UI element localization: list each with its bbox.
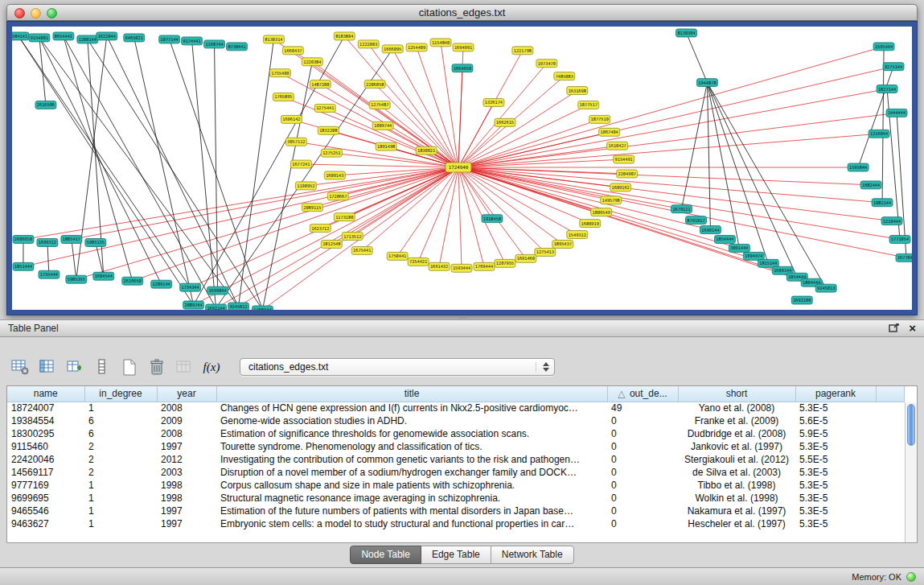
table-vertical-scrollbar[interactable]: [905, 402, 917, 542]
graph-node[interactable]: 1699044: [207, 286, 228, 295]
graph-node[interactable]: 1679121: [671, 205, 692, 213]
graph-hub-node[interactable]: 1724940: [446, 163, 471, 172]
graph-node[interactable]: 1154840: [430, 39, 451, 47]
graph-node[interactable]: 1209144: [151, 280, 172, 288]
graph-node[interactable]: 7485083: [554, 72, 575, 80]
graph-node[interactable]: 1549312: [567, 231, 588, 239]
close-window-button[interactable]: [14, 8, 25, 19]
graph-node[interactable]: 1696142: [281, 115, 302, 123]
table-row[interactable]: 1938455462009Genome-wide association stu…: [7, 414, 905, 427]
graph-node[interactable]: 1275487: [369, 101, 390, 109]
graph-node[interactable]: 2606950: [13, 236, 34, 244]
graph-node[interactable]: 1891498: [376, 142, 396, 150]
graph-node[interactable]: 1444444: [886, 109, 907, 117]
graph-node[interactable]: 7584141: [12, 32, 29, 40]
graph-node[interactable]: 1815144: [758, 259, 778, 267]
graph-node[interactable]: 1210444: [881, 217, 902, 225]
column-header-in-degree[interactable]: in_degree: [84, 386, 157, 402]
graph-node[interactable]: 1664950: [452, 64, 473, 72]
zoom-window-button[interactable]: [47, 8, 57, 19]
graph-node[interactable]: 3091444: [729, 244, 749, 252]
graph-node[interactable]: 1692144: [206, 304, 227, 310]
graph-node[interactable]: 9174441: [182, 37, 203, 45]
graph-node[interactable]: 1221798: [512, 47, 533, 55]
graph-node[interactable]: 1830021: [416, 146, 437, 154]
graph-node[interactable]: 8130304: [676, 29, 697, 37]
graph-node[interactable]: 1631698: [567, 87, 588, 95]
graph-node[interactable]: 1691432: [429, 262, 450, 270]
graph-node[interactable]: 1675441: [351, 246, 372, 254]
table-row[interactable]: 977716911998Corpus callosum shape and si…: [7, 479, 905, 492]
graph-node[interactable]: 1895437: [552, 240, 573, 248]
graph-node[interactable]: 1326174: [483, 98, 504, 106]
column-header-short[interactable]: short: [678, 386, 795, 402]
graph-node[interactable]: 1595844: [848, 163, 869, 171]
minimize-window-button[interactable]: [31, 8, 41, 19]
row-tools-icon[interactable]: [92, 356, 113, 377]
graph-node[interactable]: 1699312: [37, 239, 58, 247]
graph-node[interactable]: 1973470: [536, 60, 557, 68]
table-row[interactable]: 1872400712008Changes of HCN gene express…: [7, 402, 905, 414]
graph-node[interactable]: 8791917: [686, 216, 707, 225]
graph-node[interactable]: 1755444: [39, 270, 60, 278]
graph-node[interactable]: 1692100: [791, 296, 812, 304]
graph-node[interactable]: 1812548: [321, 240, 342, 248]
graph-node[interactable]: 2204907: [617, 170, 638, 178]
graph-node[interactable]: 1699144: [700, 226, 721, 234]
graph-node[interactable]: 1173180: [334, 213, 355, 221]
table-row[interactable]: 946362711997Embryonic stem cells: a mode…: [7, 517, 905, 530]
graph-node[interactable]: 9154491: [614, 155, 634, 163]
graph-node[interactable]: 1200144: [77, 35, 98, 43]
graph-node[interactable]: 1827144: [877, 85, 897, 93]
graph-node[interactable]: 1805417: [61, 236, 82, 244]
graph-node[interactable]: 7254421: [408, 257, 429, 266]
graph-node[interactable]: 8730441: [227, 43, 248, 51]
graph-node[interactable]: 1495798: [601, 196, 622, 204]
graph-node[interactable]: 1720667: [327, 192, 348, 200]
graph-node[interactable]: 1660437: [282, 47, 303, 55]
graph-node[interactable]: 1077144: [159, 35, 180, 43]
graph-node[interactable]: 2616506: [35, 101, 56, 109]
graph-node[interactable]: 8183804: [334, 32, 355, 40]
graph-node[interactable]: 1677044: [896, 253, 912, 262]
graph-node[interactable]: 1691460: [515, 254, 536, 262]
graph-node[interactable]: 1771054: [889, 236, 910, 244]
graph-node[interactable]: 5905355: [66, 275, 87, 283]
graph-node[interactable]: 1610427: [607, 142, 628, 150]
graph-node[interactable]: 1944878: [696, 79, 717, 87]
graph-node[interactable]: 8654441: [53, 32, 74, 40]
graph-node[interactable]: 1854444: [714, 236, 735, 244]
graph-node[interactable]: 1769444: [474, 262, 495, 270]
graph-node[interactable]: 1595444: [873, 43, 894, 51]
graph-node[interactable]: 1168744: [204, 40, 225, 48]
scrollbar-thumb[interactable]: [907, 404, 915, 446]
graph-node[interactable]: 1593444: [451, 264, 472, 272]
graph-node[interactable]: 1765895: [273, 93, 294, 101]
graph-node[interactable]: 5905135: [85, 239, 106, 247]
function-builder-icon[interactable]: f(x): [201, 356, 222, 377]
import-table-icon[interactable]: [64, 356, 85, 377]
graph-node[interactable]: 1682444: [860, 181, 881, 189]
graph-node[interactable]: 1713512: [342, 233, 363, 241]
tab-network-table[interactable]: Network Table: [491, 546, 574, 564]
graph-node[interactable]: 1832208: [318, 126, 339, 134]
graph-node[interactable]: 1623712: [310, 225, 331, 233]
network-canvas[interactable]: 1724940813031416604371220384175540014872…: [12, 27, 912, 310]
table-row[interactable]: 1456911722003Disruption of a novel membe…: [7, 466, 905, 479]
graph-node[interactable]: 1604544: [93, 272, 114, 280]
graph-node[interactable]: 1254409: [406, 43, 427, 51]
graph-node[interactable]: 1680919: [580, 220, 601, 228]
column-header-pagerank[interactable]: pagerank: [795, 386, 876, 402]
graph-node[interactable]: 1609143: [324, 171, 345, 179]
table-row[interactable]: 946554611997Estimation of the future num…: [7, 505, 905, 517]
float-panel-icon[interactable]: [889, 323, 899, 333]
graph-node[interactable]: 1275413: [535, 248, 556, 256]
graph-node[interactable]: 1755400: [269, 69, 290, 77]
column-header-out-de[interactable]: △ out_de...: [607, 386, 678, 402]
graph-node[interactable]: 1009744: [372, 122, 393, 130]
delete-table-icon[interactable]: [146, 356, 167, 377]
graph-node[interactable]: 2616650: [122, 277, 143, 285]
graph-node[interactable]: 1216044: [869, 130, 889, 138]
table-selector-dropdown[interactable]: citations_edges.txt: [240, 358, 555, 376]
window-titlebar[interactable]: citations_edges.txt: [6, 4, 918, 21]
